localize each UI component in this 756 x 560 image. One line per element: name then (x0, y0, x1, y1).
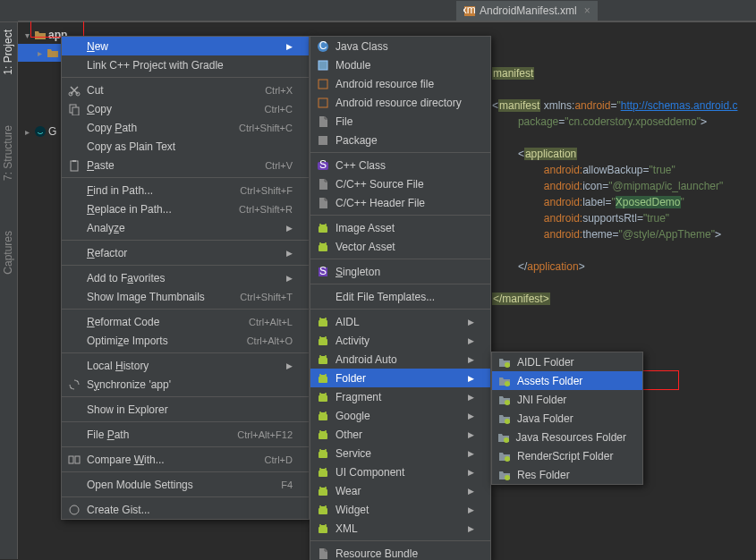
menu-separator (62, 496, 309, 497)
menu-item-label: Show in Explorer (87, 403, 293, 416)
pkg-icon (316, 133, 330, 148)
android-icon (316, 428, 330, 442)
menu-item-label: JNI Folder (517, 394, 626, 406)
menu-item-label: Res Folder (517, 469, 626, 481)
ctx-linkcpp[interactable]: Link C++ Project with Gradle (62, 55, 309, 74)
blank-icon (67, 403, 81, 417)
menu-item-label: Refactor (87, 247, 277, 259)
android-icon (316, 352, 330, 367)
new-aidl[interactable]: AIDL▶ (310, 312, 490, 331)
folder-jnif[interactable]: JNI Folder (492, 390, 642, 409)
new-resdir[interactable]: Android resource directory (310, 93, 490, 112)
new-wear[interactable]: Wear▶ (310, 481, 490, 500)
menu-item-label: Show Image Thumbnails (87, 291, 222, 303)
folder-resf[interactable]: Res Folder (492, 465, 642, 484)
new-xml[interactable]: XML▶ (310, 519, 490, 538)
menu-item-label: Compare With... (87, 454, 247, 466)
menu-item-label: Wear (336, 485, 459, 497)
menu-item-label: Create Gist... (87, 504, 293, 516)
menu-item-label: Singleton (336, 266, 474, 278)
ctx-replacepath[interactable]: Replace in Path...Ctrl+Shift+R (62, 199, 309, 218)
shortcut-label: Ctrl+X (265, 85, 293, 96)
folder-javaf[interactable]: Java Folder (492, 409, 642, 428)
side-tab-structure[interactable]: 7: Structure (0, 118, 16, 188)
ctx-analyze[interactable]: Analyze▶ (62, 218, 309, 237)
menu-item-label: Java Class (336, 40, 474, 53)
editor-tab-row: AndroidManifest.xml × (18, 0, 756, 21)
ctx-sync[interactable]: Synchronize 'app' (62, 375, 309, 394)
twisty-icon[interactable]: ▸ (34, 48, 45, 58)
new-uicomp[interactable]: UI Component▶ (310, 462, 490, 481)
new-google[interactable]: Google▶ (310, 406, 490, 425)
menu-item-label: Edit File Templates... (336, 291, 474, 303)
ctx-copyplain[interactable]: Copy as Plain Text (62, 137, 309, 156)
ctx-filepath[interactable]: File PathCtrl+Alt+F12 (62, 425, 309, 444)
folder-aidlf[interactable]: AIDL Folder (492, 352, 642, 371)
new-vecasset[interactable]: Vector Asset (310, 237, 490, 256)
ctx-reformat[interactable]: Reformat CodeCtrl+Alt+L (62, 312, 309, 331)
ctx-fav[interactable]: Add to Favorites▶ (62, 268, 309, 287)
new-widget[interactable]: Widget▶ (310, 500, 490, 519)
side-tab-project[interactable]: 1: Project (0, 22, 16, 82)
blank-icon (67, 58, 81, 72)
new-activity[interactable]: Activity▶ (310, 331, 490, 350)
blank-icon (67, 140, 81, 154)
new-cppclass[interactable]: C++ Class (310, 156, 490, 174)
menu-separator (310, 215, 490, 216)
ctx-findpath[interactable]: Find in Path...Ctrl+Shift+F (62, 181, 309, 199)
menu-item-label: Android Auto (336, 353, 459, 366)
new-fragment[interactable]: Fragment▶ (310, 387, 490, 406)
folder-icon (497, 449, 512, 463)
new-cpphdr[interactable]: C/C++ Header File (310, 193, 490, 212)
folder-icon (497, 374, 512, 388)
new-editft[interactable]: Edit File Templates... (310, 287, 490, 306)
side-tab-captures[interactable]: Captures (0, 224, 16, 282)
new-folder[interactable]: Folder▶ (310, 369, 490, 387)
ctx-copy[interactable]: CopyCtrl+C (62, 99, 309, 118)
new-resbundle[interactable]: Resource Bundle (310, 544, 490, 560)
chevron-right-icon: ▶ (468, 355, 474, 364)
chevron-right-icon: ▶ (468, 430, 474, 439)
folder-javarf[interactable]: Java Resources Folder (492, 428, 642, 446)
new-service[interactable]: Service▶ (310, 444, 490, 462)
new-imgasset[interactable]: Image Asset (310, 218, 490, 237)
chevron-right-icon: ▶ (286, 361, 293, 370)
ctx-optimize[interactable]: Optimize ImportsCtrl+Alt+O (62, 331, 309, 350)
new-cppsrc[interactable]: C/C++ Source File (310, 174, 490, 193)
ctx-copypath[interactable]: Copy PathCtrl+Shift+C (62, 118, 309, 137)
new-package[interactable]: Package (310, 131, 490, 149)
ctx-gist[interactable]: Create Gist... (62, 500, 309, 519)
new-resfile[interactable]: Android resource file (310, 74, 490, 93)
new-androidauto[interactable]: Android Auto▶ (310, 350, 490, 369)
folder-icon (497, 393, 512, 407)
new-other[interactable]: Other▶ (310, 425, 490, 444)
new-file[interactable]: File (310, 112, 490, 131)
ctx-localhist[interactable]: Local History▶ (62, 356, 309, 375)
close-icon[interactable]: × (584, 4, 590, 17)
menu-item-label: Cut (87, 84, 247, 97)
editor-tab-manifest[interactable]: AndroidManifest.xml × (456, 1, 598, 21)
ctx-refactor[interactable]: Refactor▶ (62, 243, 309, 262)
new-javaclass[interactable]: Java Class (310, 37, 490, 55)
ctx-explorer[interactable]: Show in Explorer (62, 400, 309, 419)
ctx-new[interactable]: New▶ (62, 37, 309, 55)
android-icon (316, 522, 330, 536)
ctx-cut[interactable]: CutCtrl+X (62, 81, 309, 99)
new-singleton[interactable]: Singleton (310, 262, 490, 281)
folder-assetsf[interactable]: Assets Folder (492, 371, 642, 390)
ctx-paste[interactable]: PasteCtrl+V (62, 156, 309, 174)
twisty-icon[interactable]: ▸ (21, 127, 32, 137)
shortcut-label: Ctrl+Shift+R (239, 204, 293, 215)
folder-rsf[interactable]: RenderScript Folder (492, 446, 642, 465)
ctx-modset[interactable]: Open Module SettingsF4 (62, 475, 309, 494)
menu-item-label: Find in Path... (87, 184, 222, 197)
ctx-compare[interactable]: Compare With...Ctrl+D (62, 450, 309, 469)
android-icon (316, 484, 330, 498)
code-editor[interactable]: manifest <manifest xmlns:android="http:/… (492, 49, 756, 323)
ctx-thumbs[interactable]: Show Image ThumbnailsCtrl+Shift+T (62, 287, 309, 306)
new-module[interactable]: Module (310, 55, 490, 74)
menu-item-label: AIDL (336, 316, 459, 328)
chevron-right-icon: ▶ (468, 393, 474, 402)
folder-icon (497, 468, 512, 482)
blank-icon (67, 246, 81, 260)
